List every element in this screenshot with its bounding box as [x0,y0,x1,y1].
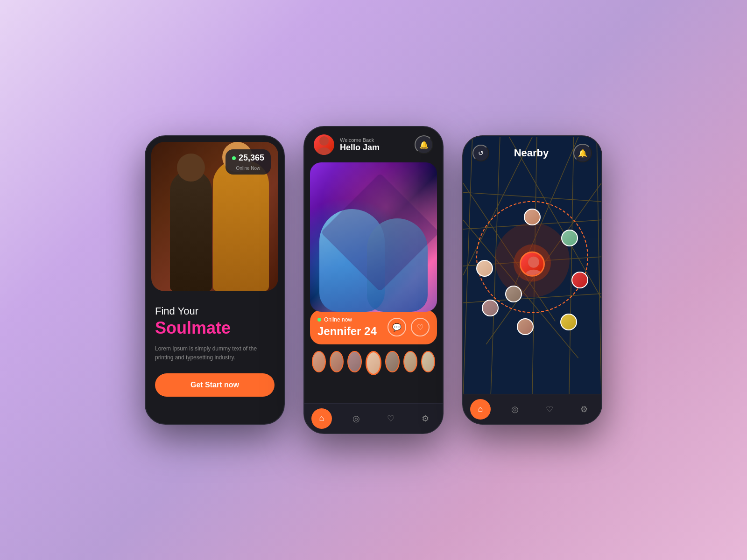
svg-point-0 [319,136,329,146]
bottom-nav-3: ⌂ ◎ ♡ ⚙ [463,394,601,424]
user-avatar [314,134,334,155]
phones-container: 25,365 Online Now Find Your Soulmate Lor… [145,126,602,434]
info-card: Online now Jennifer 24 💬 ♡ [310,310,437,344]
phone-1-soulmate: 25,365 Online Now Find Your Soulmate Lor… [145,135,285,425]
welcome-text: Welcome Back [340,137,380,143]
map-background [463,136,601,396]
chat-icon: 💬 [392,323,402,332]
thumb-1[interactable] [312,351,326,372]
online-status: Online now [324,316,352,323]
home-icon-3: ⌂ [478,404,483,414]
location-icon: ◎ [352,413,360,424]
phone3-header: ↺ Nearby 🔔 [463,136,601,170]
find-text: Find Your [155,305,275,317]
nearby-person-8[interactable] [505,286,522,302]
thumb-2[interactable] [330,351,344,372]
hello-text: Hello Jam [340,143,380,153]
svg-line-8 [463,192,601,202]
settings-icon: ⚙ [422,413,429,424]
heart-icon-3: ♡ [546,404,553,414]
thumb-7[interactable] [421,351,435,372]
online-row: Online now [317,316,377,323]
online-dot [232,156,236,160]
nav-location-3[interactable]: ◎ [505,399,525,420]
phone2-header: Welcome Back Hello Jam 🔔 [304,127,443,162]
action-buttons: 💬 ♡ [388,318,430,336]
thumb-4-active[interactable] [366,351,382,375]
person-2-silhouette [213,161,269,291]
person-name: Jennifer 24 [317,325,377,338]
person-1-silhouette [170,170,212,291]
nav-settings-2[interactable]: ⚙ [415,408,436,429]
info-left: Online now Jennifer 24 [317,316,377,338]
heart-icon-nav: ♡ [387,413,395,424]
back-button[interactable]: ↺ [472,145,489,161]
nav-heart-2[interactable]: ♡ [381,408,401,429]
profile-image [310,162,437,312]
map-container [463,136,601,396]
nearby-person-1[interactable] [524,209,541,225]
phone1-content: Find Your Soulmate Lorem Ipsum is simply… [146,297,284,405]
home-icon: ⌂ [319,413,324,423]
notification-button[interactable]: 🔔 [415,135,433,154]
thumb-3[interactable] [347,351,361,372]
nearby-title: Nearby [514,147,549,159]
svg-point-1 [317,147,331,155]
settings-icon-3: ⚙ [580,404,588,414]
nav-home-3[interactable]: ⌂ [470,399,491,420]
nav-heart-3[interactable]: ♡ [539,399,560,420]
description-text: Lorem Ipsum is simply dummy text of the … [155,344,275,362]
thumbs-row [304,344,443,382]
bottom-nav-2: ⌂ ◎ ♡ ⚙ [304,403,443,433]
nearby-person-3[interactable] [571,272,588,288]
header-text: Welcome Back Hello Jam [340,137,380,153]
radar-center-avatar [520,252,545,277]
get-start-button[interactable]: Get Start now [155,373,275,397]
like-button[interactable]: ♡ [411,318,430,336]
nearby-person-6[interactable] [482,300,499,316]
online-count: 25,365 [239,153,264,163]
nearby-person-7[interactable] [476,260,493,277]
bell-icon-3: 🔔 [578,149,587,158]
nav-settings-3[interactable]: ⚙ [574,399,594,420]
profile-card [310,162,437,312]
nearby-person-2[interactable] [561,230,578,246]
svg-point-17 [528,257,539,268]
nearby-person-5[interactable] [517,318,534,335]
nav-home-2[interactable]: ⌂ [311,408,332,429]
thumb-5[interactable] [385,351,399,372]
back-icon: ↺ [478,149,484,157]
heart-icon: ♡ [417,323,423,332]
nearby-person-4[interactable] [560,314,577,330]
notification-button-3[interactable]: 🔔 [573,144,592,162]
soulmate-text: Soulmate [155,318,275,338]
online-badge: 25,365 Online Now [226,149,271,175]
chat-button[interactable]: 💬 [388,318,406,336]
nav-location-2[interactable]: ◎ [346,408,366,429]
online-label: Online Now [236,166,261,171]
online-dot-2 [317,318,321,322]
phone-2-profile: Welcome Back Hello Jam 🔔 [303,126,444,434]
phone-3-nearby: ↺ Nearby 🔔 ⌂ ◎ ♡ ⚙ [462,135,602,425]
header-left: Welcome Back Hello Jam [314,134,380,155]
bell-icon: 🔔 [419,140,429,149]
hero-image: 25,365 Online Now [151,142,278,291]
location-icon-3: ◎ [511,404,519,414]
svg-line-10 [597,137,601,395]
thumb-6[interactable] [403,351,417,372]
